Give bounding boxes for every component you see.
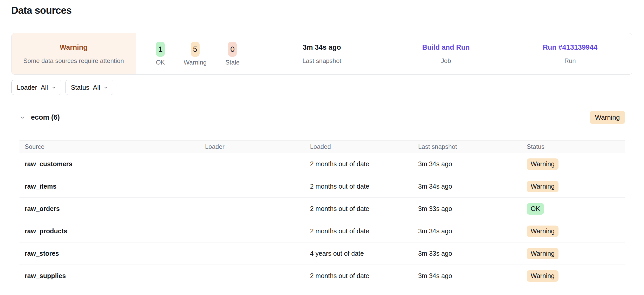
last-snapshot-cell: 3m 34s ago: [418, 183, 527, 190]
overall-status-title: Warning: [60, 43, 88, 52]
warning-count-pill: 5: [191, 42, 200, 57]
job-link[interactable]: Build and Run: [422, 43, 470, 52]
last-snapshot-cell: 3m 34s ago: [418, 227, 527, 235]
source-cell: raw_customers: [19, 160, 205, 168]
status-counts: 1 OK 5 Warning 0 Stale: [156, 42, 240, 66]
chevron-down-icon: [51, 85, 56, 90]
column-header-loaded: Loaded: [310, 143, 418, 150]
table-row: raw_stores 4 years out of date 3m 33s ag…: [19, 242, 625, 265]
last-snapshot-cell: 3m 33s ago: [418, 205, 527, 213]
table-row: raw_supplies 2 months out of date 3m 34s…: [19, 265, 625, 287]
sidebar-edge-divider: [1, 0, 1, 295]
overall-status-subtitle: Some data sources require attention: [23, 57, 124, 65]
last-snapshot-cell: 3m 34s ago: [418, 160, 527, 168]
last-snapshot-label: Last snapshot: [303, 57, 341, 65]
source-cell: raw_products: [19, 227, 205, 235]
status-cell: Warning: [527, 270, 625, 282]
source-cell: raw_supplies: [19, 272, 205, 280]
run-label: Run: [564, 57, 576, 65]
stale-count-pill: 0: [228, 42, 237, 57]
status-filter-dropdown[interactable]: Status All: [65, 80, 114, 95]
loader-filter-dropdown[interactable]: Loader All: [11, 80, 61, 95]
last-snapshot-cell: 3m 33s ago: [418, 250, 527, 257]
column-header-last-snapshot: Last snapshot: [418, 143, 527, 150]
loader-filter-value: All: [41, 84, 48, 91]
run-link[interactable]: Run #413139944: [543, 43, 597, 52]
loaded-cell: 2 months out of date: [310, 272, 418, 280]
stat-stale: 0 Stale: [225, 42, 240, 66]
loader-filter-label: Loader: [17, 84, 37, 91]
status-cell: Warning: [527, 226, 625, 237]
status-cell: Warning: [527, 158, 625, 170]
status-filter-value: All: [93, 84, 100, 91]
status-filter-label: Status: [71, 84, 89, 91]
sources-table: Source Loader Loaded Last snapshot Statu…: [19, 140, 625, 287]
source-cell: raw_orders: [19, 205, 205, 213]
stale-count-label: Stale: [225, 59, 240, 66]
status-badge: Warning: [527, 248, 558, 259]
status-badge: Warning: [527, 181, 558, 192]
status-badge: OK: [527, 203, 544, 215]
stat-ok: 1 OK: [156, 42, 165, 66]
column-header-source: Source: [19, 143, 205, 150]
loaded-cell: 2 months out of date: [310, 227, 418, 235]
last-snapshot-card: 3m 34s ago Last snapshot: [260, 33, 384, 74]
table-row: raw_items 2 months out of date 3m 34s ag…: [19, 175, 625, 198]
source-cell: raw_stores: [19, 250, 205, 257]
content-area: Warning Some data sources require attent…: [0, 33, 644, 287]
status-cell: Warning: [527, 181, 625, 192]
run-card: Run #413139944 Run: [508, 33, 632, 74]
column-header-loader: Loader: [205, 143, 310, 150]
status-badge: Warning: [527, 226, 558, 237]
page-header: Data sources: [0, 0, 644, 21]
page-title: Data sources: [11, 5, 72, 16]
job-card: Build and Run Job: [384, 33, 508, 74]
table-row: raw_orders 2 months out of date 3m 33s a…: [19, 198, 625, 220]
loaded-cell: 2 months out of date: [310, 183, 418, 190]
status-badge: Warning: [527, 270, 558, 282]
last-snapshot-value: 3m 34s ago: [303, 43, 341, 52]
table-row: raw_customers 2 months out of date 3m 34…: [19, 153, 625, 175]
group-name: ecom (6): [31, 113, 60, 121]
status-cell: Warning: [527, 248, 625, 259]
status-counts-card: 1 OK 5 Warning 0 Stale: [136, 33, 260, 74]
table-body: raw_customers 2 months out of date 3m 34…: [19, 153, 625, 287]
table-row: raw_products 2 months out of date 3m 34s…: [19, 220, 625, 242]
chevron-down-icon[interactable]: [19, 114, 25, 120]
group-header-ecom[interactable]: ecom (6) Warning: [11, 111, 632, 124]
table-header-row: Source Loader Loaded Last snapshot Statu…: [19, 140, 625, 153]
loaded-cell: 2 months out of date: [310, 205, 418, 213]
loaded-cell: 4 years out of date: [310, 250, 418, 257]
loaded-cell: 2 months out of date: [310, 160, 418, 168]
stat-warning: 5 Warning: [184, 42, 207, 66]
job-label: Job: [441, 57, 451, 65]
section-divider: [11, 101, 632, 101]
group-status-badge: Warning: [590, 111, 625, 124]
source-cell: raw_items: [19, 183, 205, 190]
data-sources-page: Data sources Warning Some data sources r…: [0, 0, 644, 295]
column-header-status: Status: [527, 143, 625, 150]
overall-status-card: Warning Some data sources require attent…: [12, 33, 136, 74]
status-badge: Warning: [527, 158, 558, 170]
summary-cards: Warning Some data sources require attent…: [11, 33, 632, 75]
status-cell: OK: [527, 203, 625, 215]
last-snapshot-cell: 3m 34s ago: [418, 272, 527, 280]
filter-bar: Loader All Status All: [11, 80, 632, 95]
ok-count-pill: 1: [156, 42, 165, 57]
warning-count-label: Warning: [184, 59, 207, 66]
ok-count-label: OK: [156, 59, 165, 66]
chevron-down-icon: [103, 85, 108, 90]
